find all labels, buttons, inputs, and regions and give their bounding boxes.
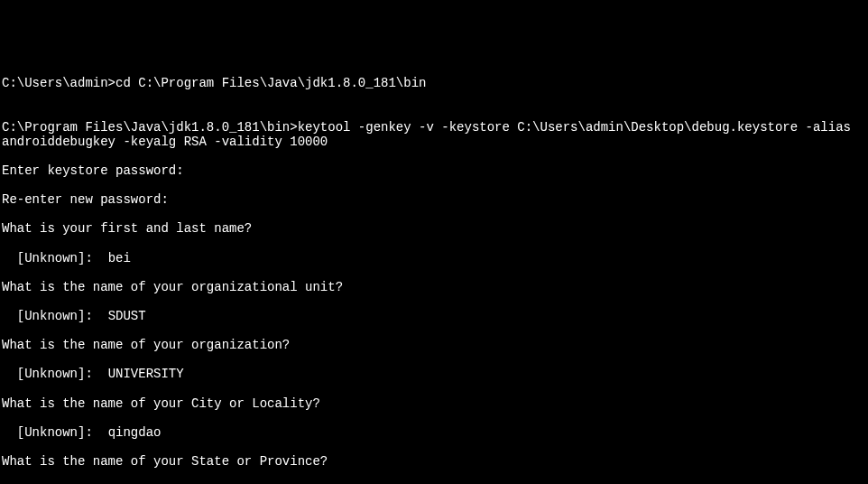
terminal-line: Re-enter new password:	[2, 192, 866, 207]
terminal-line: [Unknown]: qingdao	[2, 425, 866, 440]
terminal-line: [Unknown]: bei	[2, 251, 866, 265]
terminal-line: What is the name of your State or Provin…	[2, 454, 866, 469]
terminal-line: What is the name of your organizational …	[2, 280, 866, 294]
terminal-line: What is the name of your organization?	[2, 338, 866, 352]
terminal-line: Enter keystore password:	[2, 163, 866, 178]
terminal-line: What is your first and last name?	[2, 221, 866, 236]
terminal-line: What is the name of your City or Localit…	[2, 396, 866, 411]
terminal-line: C:\Users\admin>cd C:\Program Files\Java\…	[2, 76, 866, 90]
terminal-output[interactable]: C:\Users\admin>cd C:\Program Files\Java\…	[2, 61, 866, 484]
terminal-line: [Unknown]: UNIVERSITY	[2, 367, 866, 381]
terminal-line: [Unknown]: SDUST	[2, 309, 866, 323]
terminal-line: C:\Program Files\Java\jdk1.8.0_181\bin>k…	[2, 120, 866, 149]
